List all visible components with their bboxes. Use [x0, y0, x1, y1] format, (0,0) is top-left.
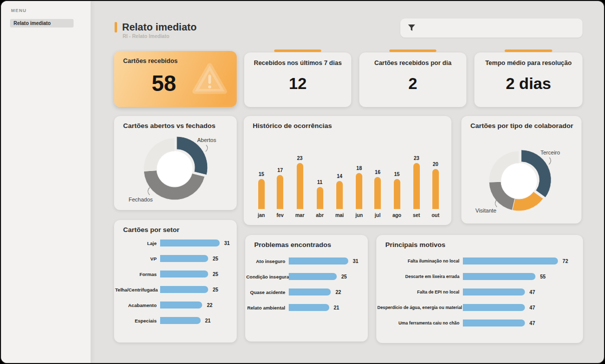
bar[interactable] [289, 273, 337, 280]
bar[interactable] [160, 286, 208, 293]
hbar-row: Ato inseguro31 [246, 258, 365, 264]
chart-card-tipo-colaborador[interactable]: Cartões por tipo de colaborador Terceiro… [461, 116, 581, 224]
chart-card-historico-ocorrencias[interactable]: Histórico de ocorrências 15jan17fev23mar… [244, 116, 451, 225]
donut-callout-label: Visitante [475, 208, 496, 214]
bar[interactable] [289, 304, 329, 311]
bar[interactable] [463, 320, 525, 326]
kpi-title: Tempo médio para resolução [474, 60, 582, 66]
bar-value-label: 21 [205, 318, 211, 324]
hbar-row: Especiais21 [115, 317, 234, 324]
bar-value-label: 11 [317, 180, 323, 185]
chart-card-cartoes-por-setor[interactable]: Cartões por setor Laje31VP25Formas25Telh… [114, 220, 237, 342]
bar-value-label: 55 [540, 274, 545, 280]
kpi-card-tempo-medio[interactable]: Tempo médio para resolução 2 dias [474, 52, 582, 107]
bar-value-label: 31 [224, 240, 230, 246]
bar[interactable] [277, 175, 283, 209]
bar-category-label: mar [295, 212, 304, 218]
bar[interactable] [160, 302, 202, 308]
bar-value-label: 47 [529, 290, 535, 295]
bar-category-label: jul [375, 212, 381, 218]
bar-column: 17fev [276, 168, 283, 218]
hbar-category-label: Acabamento [115, 302, 160, 308]
bar-value-label: 18 [356, 166, 362, 171]
bar[interactable] [463, 273, 535, 280]
bar-value-label: 47 [529, 305, 535, 310]
hbar-row: Uma ferramenta caiu no chão47 [377, 320, 580, 326]
kpi-title: Cartões recebidos por dia [359, 60, 466, 66]
bar-category-label: jun [355, 212, 363, 218]
bar[interactable] [336, 181, 343, 209]
bar[interactable] [289, 258, 348, 264]
hbar-category-label: Falta de EPI no local [377, 290, 463, 294]
bar[interactable] [463, 304, 525, 311]
chart-card-abertos-vs-fechados[interactable]: Cartões abertos vs fechados AbertosFecha… [114, 116, 237, 210]
bar[interactable] [432, 169, 439, 209]
bar[interactable] [374, 177, 381, 209]
hbar-category-label: Ato inseguro [246, 258, 289, 264]
kpi-card-recebidos-7-dias[interactable]: Recebidos nos últimos 7 dias 12 [244, 52, 351, 107]
kpi-accent-bar [389, 50, 436, 52]
donut-callout-label: Terceiro [540, 150, 560, 156]
bar-column: 11abr [316, 180, 324, 218]
hbar-row: Falta iluminação no local72 [377, 258, 580, 264]
bar[interactable] [356, 173, 362, 209]
bar[interactable] [463, 288, 525, 296]
bar[interactable] [297, 163, 303, 209]
bar-category-label: fev [276, 212, 283, 218]
bar-category-label: abr [316, 212, 324, 218]
bar[interactable] [160, 270, 208, 278]
bar[interactable] [317, 187, 323, 209]
bar-value-label: 21 [334, 305, 339, 310]
hbar-category-label: Laje [115, 240, 160, 246]
hbar-row: Telha/Centrifugada25 [115, 286, 234, 293]
bar-value-label: 15 [394, 172, 400, 177]
hbar-row: Condição insegura25 [246, 273, 365, 280]
hbar-row: Falta de EPI no local47 [377, 288, 580, 296]
hbar-row: Formas25 [115, 270, 234, 278]
chart-title: Problemas encontrados [254, 241, 331, 248]
donut-chart-colaborador: TerceiroVisitante [461, 116, 581, 224]
bar-value-label: 15 [259, 172, 264, 177]
bar-value-label: 25 [213, 287, 218, 292]
page-title: Relato imediato [122, 22, 197, 33]
bar[interactable] [160, 317, 201, 324]
bar[interactable] [160, 255, 208, 262]
bar[interactable] [258, 179, 265, 209]
filter-button[interactable] [400, 18, 582, 38]
bar[interactable] [289, 288, 331, 296]
donut-chart-abertos-fechados: AbertosFechados [114, 116, 237, 210]
bar[interactable] [160, 240, 220, 246]
hbar-category-label: VP [115, 256, 160, 262]
chart-card-problemas-encontrados[interactable]: Problemas encontrados Ato inseguro31Cond… [245, 235, 368, 342]
hbar-row: Descarte em lixeira errada55 [377, 273, 580, 280]
hbar-category-label: Telha/Centrifugada [115, 287, 160, 292]
bar-value-label: 72 [562, 258, 568, 264]
kpi-value: 2 [359, 74, 466, 93]
bar-category-label: ago [392, 212, 401, 218]
hbar-category-label: Condição insegura [246, 274, 289, 280]
kpi-value: 12 [244, 74, 351, 93]
bar-value-label: 23 [297, 156, 303, 161]
bar-category-label: jan [258, 212, 265, 218]
bar-value-label: 20 [433, 162, 438, 167]
hbar-category-label: Uma ferramenta caiu no chão [377, 320, 463, 326]
donut-svg: TerceiroVisitante [461, 116, 581, 224]
hbar-category-label: Falta iluminação no local [377, 258, 463, 264]
sidebar-item-relato-imediato[interactable]: Relato imediato [10, 19, 74, 28]
bar-value-label: 17 [277, 168, 283, 173]
bar[interactable] [413, 163, 420, 209]
kpi-card-cartoes-recebidos[interactable]: Cartões recebidos 58 [114, 51, 237, 107]
kpi-card-recebidos-por-dia[interactable]: Cartões recebidos por dia 2 [359, 52, 466, 107]
bar-column: 14mai [335, 174, 344, 218]
bar[interactable] [463, 258, 558, 264]
bar-value-label: 22 [335, 290, 341, 295]
hbar-category-label: Desperdício de água, energia ou material [377, 305, 463, 310]
bar-value-label: 47 [529, 320, 535, 326]
kpi-title: Recebidos nos últimos 7 dias [244, 60, 351, 66]
chart-card-principais-motivos[interactable]: Principais motivos Falta iluminação no l… [376, 235, 583, 343]
chart-title: Cartões por setor [123, 226, 180, 234]
title-accent-bar [115, 22, 117, 32]
bar[interactable] [394, 179, 400, 209]
hbar-category-label: Especiais [115, 318, 160, 324]
chart-title: Principais motivos [385, 241, 445, 248]
